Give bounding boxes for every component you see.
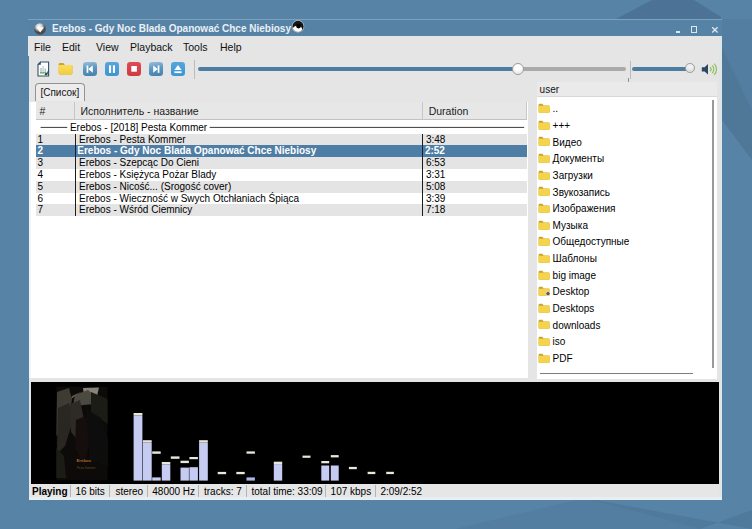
svg-text:Pesta Kommer: Pesta Kommer	[77, 466, 96, 470]
svg-text:Erebos: Erebos	[77, 458, 92, 463]
